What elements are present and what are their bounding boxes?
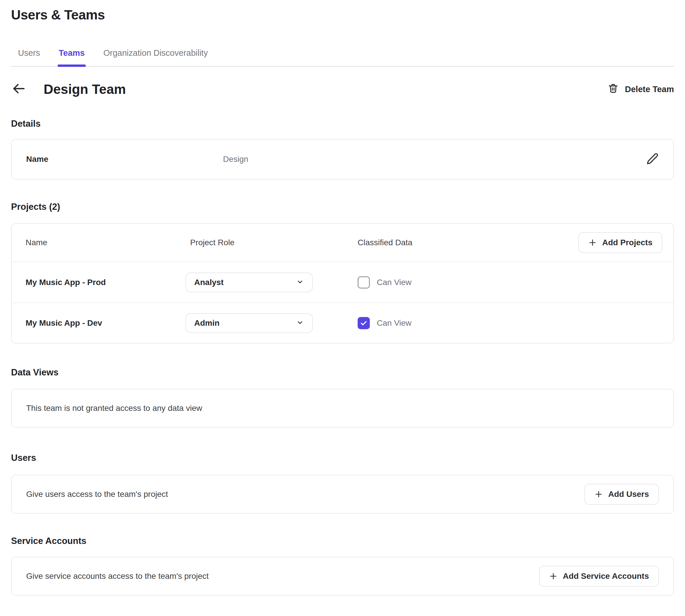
plus-icon [549,572,558,580]
chevron-down-icon [296,318,304,328]
back-button[interactable] [11,82,30,96]
tab-users[interactable]: Users [18,48,40,58]
projects-heading: Projects (2) [11,202,674,212]
column-header-name: Name [26,238,190,247]
project-name: My Music App - Dev [26,318,190,328]
data-views-empty-text: This team is not granted access to any d… [26,403,202,413]
project-name: My Music App - Prod [26,278,190,287]
service-accounts-card: Give service accounts access to the team… [11,557,674,596]
classified-data-cell: Can View [358,276,673,288]
chevron-down-icon [296,278,304,287]
project-role-select[interactable]: Analyst [186,272,313,292]
project-role-value: Admin [194,318,219,328]
users-card: Give users access to the team's project … [11,475,674,514]
users-empty-text: Give users access to the team's project [26,490,168,499]
can-view-checkbox[interactable] [358,276,370,288]
classified-data-cell: Can View [358,317,673,329]
name-label: Name [26,155,223,164]
tab-teams[interactable]: Teams [59,48,85,58]
tab-bar: Users Teams Organization Discoverability [11,48,674,67]
team-header: Design Team Delete Team [11,81,674,97]
column-header-classified-data: Classified Data [358,238,578,247]
team-name-value: Design [223,155,248,164]
tab-organization-discoverability[interactable]: Organization Discoverability [103,48,208,58]
add-projects-label: Add Projects [602,238,652,247]
project-row: My Music App - Dev Admin Can View [12,303,673,343]
add-service-accounts-label: Add Service Accounts [563,572,649,581]
edit-name-button[interactable] [646,152,659,166]
add-users-label: Add Users [608,490,649,499]
details-card: Name Design [11,139,674,180]
can-view-checkbox[interactable] [358,317,370,329]
plus-icon [594,490,603,499]
delete-team-button[interactable]: Delete Team [607,83,674,96]
can-view-label: Can View [377,318,411,328]
add-projects-button[interactable]: Add Projects [578,232,662,253]
add-service-accounts-button[interactable]: Add Service Accounts [539,566,659,587]
details-heading: Details [11,118,674,129]
projects-table: Name Project Role Classified Data Add Pr… [11,223,674,344]
projects-table-header: Name Project Role Classified Data Add Pr… [12,224,673,262]
team-title: Design Team [44,81,126,97]
pencil-icon [646,152,659,166]
service-accounts-empty-text: Give service accounts access to the team… [26,572,209,581]
plus-icon [588,238,597,247]
project-role-value: Analyst [194,278,223,287]
project-row: My Music App - Prod Analyst Can View [12,262,673,303]
data-views-heading: Data Views [11,367,674,378]
trash-icon [607,83,619,96]
project-role-select[interactable]: Admin [186,313,313,333]
users-teams-page: Users & Teams Users Teams Organization D… [0,7,685,596]
users-heading: Users [11,453,674,463]
data-views-card: This team is not granted access to any d… [11,389,674,428]
arrow-left-icon [11,81,26,97]
can-view-label: Can View [377,278,411,287]
delete-team-label: Delete Team [625,85,674,94]
service-accounts-heading: Service Accounts [11,536,674,546]
page-title: Users & Teams [11,7,674,23]
column-header-project-role: Project Role [190,238,358,247]
add-users-button[interactable]: Add Users [584,484,659,505]
